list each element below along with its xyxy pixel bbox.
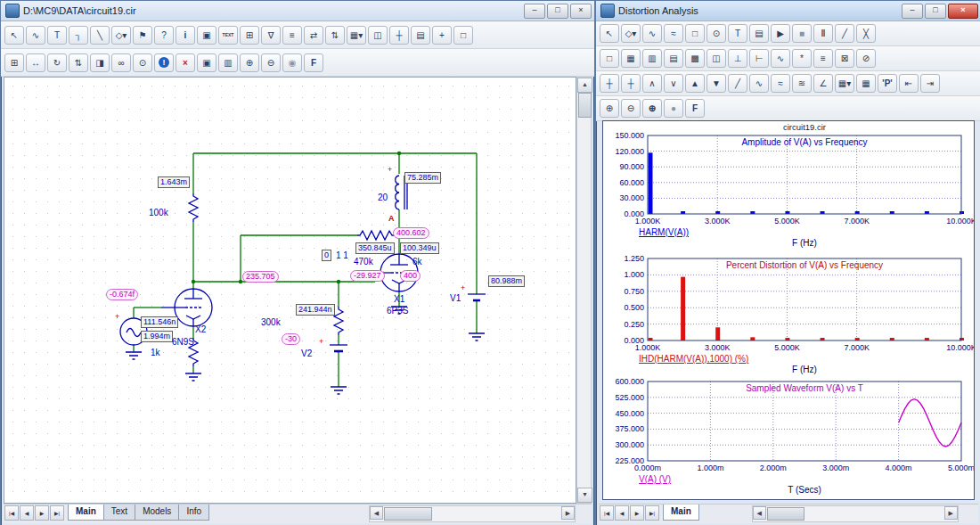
schematic-canvas[interactable]: + + + + 1.643m 75.285m 350.845u 100.349u… (4, 77, 576, 504)
label-drive-voltage[interactable]: 235.705 (242, 271, 279, 283)
data-points-icon[interactable]: ▦ (621, 49, 641, 68)
font-icon[interactable]: F (304, 53, 323, 72)
minimize-button[interactable]: – (902, 4, 923, 19)
performance-tag-icon[interactable]: 'P' (878, 74, 897, 93)
properties-icon[interactable]: ▤ (749, 24, 769, 43)
next-page-button[interactable]: ▶ (630, 505, 644, 521)
sine-small-icon[interactable]: ∿ (642, 24, 662, 43)
bus-tool-icon[interactable]: ≡ (282, 26, 302, 45)
zoom-area-icon[interactable]: ⊕ (642, 99, 662, 118)
label-xfmr-nodes[interactable]: 1 1 (336, 250, 348, 260)
frame-toggle-icon[interactable]: □ (600, 49, 619, 68)
font-icon[interactable]: F (685, 99, 705, 118)
last-page-button[interactable]: ▶| (645, 505, 659, 521)
wire-mode-icon[interactable]: ∿ (26, 26, 45, 45)
horizontal-scroll-thumb[interactable] (384, 507, 432, 521)
schematic-drawing[interactable]: + + + + (4, 78, 577, 504)
pause-icon[interactable]: ‖ (813, 24, 833, 43)
label-current-a[interactable]: 350.845u (355, 242, 395, 254)
label-x1-model[interactable]: 6P3S (387, 306, 408, 316)
minimize-button[interactable]: – (524, 4, 545, 19)
label-r-load[interactable]: 6k (412, 257, 422, 267)
label-v1-name[interactable]: V1 (450, 293, 461, 303)
info-mode-icon[interactable]: i (176, 26, 195, 45)
window-split-icon[interactable]: ◫ (368, 26, 388, 45)
copy-picture-icon[interactable]: ▣ (197, 53, 216, 72)
schematic-titlebar[interactable]: D:\MC9\DATA\circuit19.cir – □ × (1, 1, 594, 21)
select-box-icon[interactable]: ⊞ (4, 53, 24, 72)
next-cursor-icon[interactable]: ┼ (600, 74, 619, 93)
wire-orthogonal-icon[interactable]: ┐ (69, 26, 88, 45)
last-page-button[interactable]: ▶| (50, 505, 64, 521)
minor-grid-icon[interactable]: ▩ (685, 49, 705, 68)
angle-cursor-icon[interactable]: ∠ (813, 74, 833, 93)
first-page-button[interactable]: |◀ (600, 505, 614, 521)
components[interactable] (120, 176, 486, 394)
prev-page-button[interactable]: ◀ (20, 505, 34, 521)
stop-icon[interactable]: ■ (792, 24, 812, 43)
label-x2-name[interactable]: X2 (195, 324, 206, 334)
exit-mode-icon[interactable]: ⊘ (856, 49, 876, 68)
label-xfmr-turns[interactable]: 20 (378, 193, 388, 202)
folder-icon[interactable]: □ (453, 26, 473, 45)
scroll-left-icon[interactable]: ◀ (370, 506, 383, 520)
high-cursor-icon[interactable]: ▲ (685, 74, 705, 93)
flip-horizontal-icon[interactable]: ⇄ (304, 26, 323, 45)
scroll-right-icon[interactable]: ▶ (944, 506, 958, 520)
rotate-tool-icon[interactable]: ↻ (47, 53, 67, 72)
scroll-right-icon[interactable]: ▶ (561, 506, 575, 520)
maximize-button[interactable]: □ (925, 4, 946, 19)
low-cursor-icon[interactable]: ▼ (706, 74, 726, 93)
text-tool-icon[interactable]: T (728, 24, 747, 43)
label-x2-grid-current[interactable]: 111.546n (141, 316, 178, 328)
label-x2-model[interactable]: 6N9S (172, 337, 194, 347)
label-x2-cathode-current[interactable]: 1.994m (141, 331, 173, 342)
scale-mode-icon[interactable]: □ (685, 24, 705, 43)
close-button[interactable]: × (948, 4, 978, 19)
close-button[interactable]: × (570, 4, 592, 19)
flip-vertical-icon[interactable]: ⇅ (325, 26, 345, 45)
label-v2-name[interactable]: V2 (301, 349, 312, 358)
zoom-out-icon[interactable]: ⊖ (261, 53, 281, 72)
cursor-tool-icon[interactable]: ┼ (389, 26, 409, 45)
line-tool-icon[interactable]: ╱ (835, 24, 854, 43)
label-r1-name[interactable]: 100k (149, 208, 168, 217)
label-r-cathode-name[interactable]: 1k (151, 348, 160, 357)
scroll-down-icon[interactable]: ▼ (577, 488, 592, 503)
repeat-search-icon[interactable]: ⊙ (133, 53, 152, 72)
run-icon[interactable]: ▶ (771, 24, 790, 43)
tab-models[interactable]: Models (135, 504, 179, 521)
picture-tool-icon[interactable]: ▣ (197, 26, 216, 45)
label-r-grid-current[interactable]: 241.944n (296, 304, 335, 316)
zoom-in-icon[interactable]: ⊕ (600, 99, 619, 118)
grid-menu-icon[interactable]: ▦▾ (347, 26, 366, 45)
cancel-icon[interactable]: × (176, 53, 195, 72)
charts-canvas[interactable]: circuit19.cir150.000120.00090.00060.0003… (603, 121, 974, 499)
label-grid-voltage[interactable]: -29.927 (350, 270, 385, 282)
stretch-tool-icon[interactable]: ↔ (26, 53, 45, 72)
pan-tool-icon[interactable]: + (432, 26, 452, 45)
horizontal-scrollbar[interactable]: ◀ ▶ (752, 505, 959, 522)
token-mode-icon[interactable]: * (792, 49, 812, 68)
tab-info[interactable]: Info (178, 504, 209, 521)
label-node-a[interactable]: A (388, 214, 395, 223)
label-current-b[interactable]: 100.349u (400, 242, 439, 254)
zoom-out-icon[interactable]: ⊖ (621, 99, 641, 118)
horizontal-grid-icon[interactable]: ▤ (664, 49, 683, 68)
snapshot-icon[interactable]: ◉ (282, 53, 302, 72)
label-plate-voltage[interactable]: 400.602 (393, 227, 429, 239)
inflection-cursor-icon[interactable]: ∿ (749, 74, 769, 93)
find-icon[interactable]: ∞ (111, 53, 131, 72)
envelope-cursor-icon[interactable]: ≈ (771, 74, 790, 93)
vertical-scrollbar[interactable]: ▲ ▼ (576, 77, 592, 504)
point-mode-icon[interactable]: ● (664, 99, 683, 118)
scroll-left-icon[interactable]: ◀ (753, 506, 766, 520)
slope-cursor-icon[interactable]: ╱ (728, 74, 747, 93)
wire-diagonal-icon[interactable]: ╲ (90, 26, 110, 45)
tab-text[interactable]: Text (103, 504, 135, 521)
tag-mode-icon[interactable]: ⊙ (706, 24, 726, 43)
x-scale-icon[interactable]: ⊢ (749, 49, 769, 68)
horizontal-scrollbar[interactable]: ◀ ▶ (369, 505, 576, 522)
label-xfmr-node0[interactable]: 0 (322, 250, 331, 261)
maximize-button[interactable]: □ (547, 4, 568, 19)
